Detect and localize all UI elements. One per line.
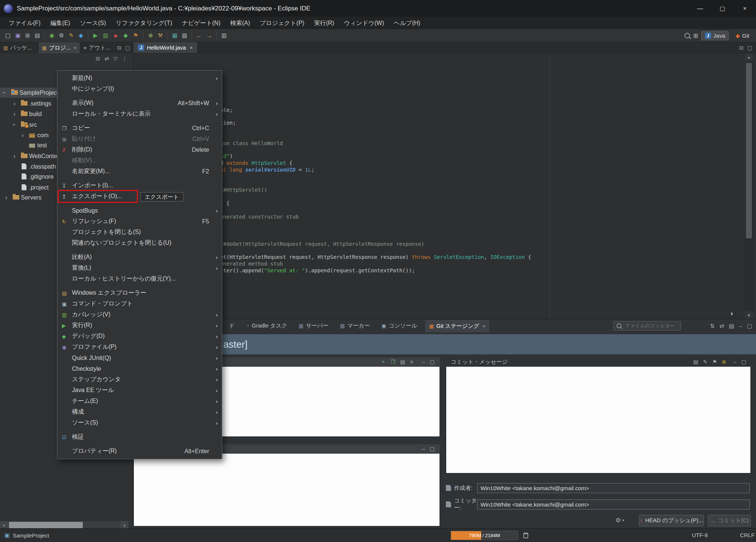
gear-menu[interactable]: ⚙ ▾ <box>615 517 624 524</box>
toolbar-icon[interactable]: ← <box>195 31 204 40</box>
menu-bar-item[interactable]: ヘルプ(H) <box>389 17 425 29</box>
panel-toolbar-icon[interactable]: – <box>739 323 742 329</box>
scrollbar-thumb[interactable] <box>746 63 752 238</box>
expand-arrow-icon[interactable]: › <box>13 151 15 161</box>
editor-overflow-chevron[interactable]: › <box>731 310 733 317</box>
menu-bar-item[interactable]: ウィンドウ(W) <box>339 17 389 29</box>
context-menu-item[interactable]: プロジェクトを閉じる(S) › エクスポート <box>57 227 222 238</box>
code-editor[interactable]: 1package com.sample.sample;2⊕import java… <box>133 53 745 319</box>
view-minmax-icon[interactable]: ⊟ <box>739 45 744 51</box>
context-menu-item[interactable]: 新規(N) › エクスポート <box>57 73 222 84</box>
explorer-toolbar-icon[interactable]: ⇄ <box>104 56 109 62</box>
context-menu-item[interactable]: ▣ コマンド・プロンプト › エクスポート <box>57 298 222 309</box>
scrollbar-thumb[interactable] <box>9 522 83 529</box>
panel-toolbar-icon[interactable]: ⇅ <box>710 323 715 329</box>
expand-arrow-icon[interactable]: › <box>13 98 15 109</box>
context-menu-item[interactable]: プロパティー(R) Alt+Enter › エクスポート <box>57 446 222 457</box>
explorer-view-tab[interactable]: ▦ プロジ... × <box>39 42 80 53</box>
commit-message-input[interactable] <box>446 367 750 473</box>
search-icon[interactable] <box>684 33 690 38</box>
commit-action-icon[interactable]: ⊕ <box>722 359 726 365</box>
editor-tab-helloworld[interactable]: J HelloWorld.java × <box>133 42 198 53</box>
bottom-panel-tab[interactable]: ◔ Gradle タスク <box>242 319 294 332</box>
menu-bar-item[interactable]: リファクタリング(T) <box>111 17 177 29</box>
context-menu-item[interactable]: Checkstyle › エクスポート <box>57 363 222 374</box>
stage-action-icon[interactable]: ≡ <box>410 359 413 365</box>
file-filter-input[interactable] <box>624 323 674 329</box>
menu-bar-item[interactable]: ナビゲート(N) <box>177 17 226 29</box>
context-menu-item[interactable]: ▣ 貼り付け Ctrl+V › エクスポート <box>57 134 222 144</box>
view-minmax-icon[interactable]: ▢ <box>741 359 746 365</box>
context-menu-item[interactable]: SpotBugs › エクスポート <box>57 205 222 216</box>
explorer-toolbar-icon[interactable]: ⊟ <box>96 56 100 62</box>
toolbar-icon[interactable] <box>143 31 144 40</box>
context-menu-item[interactable]: ↥ エクスポート(O)... › エクスポート <box>57 191 222 202</box>
context-menu-item[interactable]: Quick JUnit(Q) › エクスポート <box>57 353 222 363</box>
context-menu-item[interactable]: ▥ カバレッジ(V) › エクスポート <box>57 309 222 320</box>
panel-toolbar-icon[interactable]: ▤ <box>729 323 734 329</box>
explorer-toolbar-icon[interactable]: ▽ <box>113 56 117 62</box>
toolbar-icon[interactable]: ▦ <box>171 31 179 40</box>
toolbar-icon[interactable]: ⚙ <box>57 31 66 40</box>
stage-action-icon[interactable]: ＋ <box>381 358 386 365</box>
toolbar-icon[interactable]: → <box>205 31 214 40</box>
explorer-view-tab[interactable]: ≡ アウト... <box>80 42 117 53</box>
toolbar-icon[interactable]: ■ <box>111 31 120 40</box>
context-menu-item[interactable]: チーム(E) › エクスポート <box>57 396 222 407</box>
author-input[interactable] <box>477 483 750 493</box>
view-minmax-icon[interactable]: ▢ <box>125 45 130 51</box>
context-menu-item[interactable]: ❐ コピー Ctrl+C › エクスポート <box>57 123 222 134</box>
bottom-panel-tab[interactable]: ▦ Git ステージング × <box>425 319 490 332</box>
toolbar-icon[interactable]: ▢ <box>4 31 12 40</box>
context-menu-item[interactable]: 移動(V)... › エクスポート <box>57 155 222 166</box>
menu-bar-item[interactable]: 実行(R) <box>309 17 339 29</box>
view-minmax-icon[interactable]: – <box>422 446 425 452</box>
context-menu-item[interactable]: Java EE ツール › エクスポート <box>57 385 222 396</box>
stage-action-icon[interactable]: ▤ <box>400 359 405 365</box>
open-perspective-icon[interactable]: ⊞ <box>693 32 698 39</box>
bottom-panel-tab[interactable]: ▣ コンソール <box>377 319 425 332</box>
close-icon[interactable]: × <box>483 323 486 329</box>
explorer-view-tab[interactable]: ▤ パッケ... <box>0 42 39 53</box>
file-filter-box[interactable] <box>613 321 681 330</box>
explorer-toolbar-icon[interactable]: ⋮ <box>122 56 127 62</box>
editor-vscrollbar[interactable]: ▲ ▼ <box>745 53 753 319</box>
view-minmax-icon[interactable]: ▢ <box>430 359 435 365</box>
commit-action-icon[interactable]: ✎ <box>703 359 708 365</box>
context-menu-item[interactable]: › エクスポート <box>57 94 222 98</box>
view-minmax-icon[interactable]: ▢ <box>430 446 435 452</box>
context-menu-item[interactable]: 表示(W) Alt+Shift+W › エクスポート <box>57 98 222 109</box>
bottom-panel-tab[interactable]: ▥ サーバー <box>294 319 336 332</box>
bottom-panel-tab[interactable]: ド <box>222 319 242 332</box>
view-minmax-icon[interactable]: – <box>734 359 737 365</box>
context-menu-item[interactable]: ソース(S) › エクスポート <box>57 417 222 428</box>
close-button[interactable]: × <box>734 0 756 17</box>
context-menu-item[interactable]: › エクスポート <box>57 284 222 288</box>
toolbar-icon[interactable]: ◆ <box>77 31 85 40</box>
bottom-panel-tab[interactable]: ▤ マーカー <box>336 319 377 332</box>
context-menu-item[interactable]: ☑ 検証 › エクスポート <box>57 432 222 442</box>
heap-status-widget[interactable]: 790M / 2184M <box>451 531 518 540</box>
commit-button[interactable]: → コミット(C) <box>708 515 751 526</box>
context-menu-item[interactable]: › エクスポート <box>57 177 222 180</box>
garbage-collect-icon[interactable] <box>523 533 528 538</box>
menu-bar-item[interactable]: 編集(E) <box>45 17 75 29</box>
toolbar-icon[interactable]: ⊞ <box>23 31 32 40</box>
menu-bar-item[interactable]: ソース(S) <box>75 17 111 29</box>
expand-arrow-icon[interactable]: › <box>9 124 19 126</box>
expand-arrow-icon[interactable]: › <box>22 130 23 140</box>
context-menu-item[interactable]: ✗ 削除(D) Delete › エクスポート <box>57 144 222 155</box>
close-icon[interactable]: × <box>74 45 77 51</box>
scroll-down-icon[interactable]: ▼ <box>745 311 753 319</box>
toolbar-icon[interactable]: ▶ <box>91 31 100 40</box>
menu-bar-item[interactable]: プロジェクト(P) <box>255 17 309 29</box>
context-menu-item[interactable]: 置換(L) › エクスポート <box>57 263 222 273</box>
expand-arrow-icon[interactable]: › <box>5 192 7 203</box>
staged-changes-list[interactable] <box>133 453 440 526</box>
view-minmax-icon[interactable]: – <box>422 359 425 365</box>
panel-toolbar-icon[interactable]: ▢ <box>747 323 752 329</box>
context-menu-item[interactable]: ▤ Windows エクスプローラー › エクスポート <box>57 288 222 298</box>
context-menu-item[interactable]: ↻ リフレッシュ(F) F5 › エクスポート <box>57 216 222 227</box>
line-ending-indicator[interactable]: CRLF <box>740 529 755 542</box>
context-menu-item[interactable]: › エクスポート <box>57 248 222 252</box>
